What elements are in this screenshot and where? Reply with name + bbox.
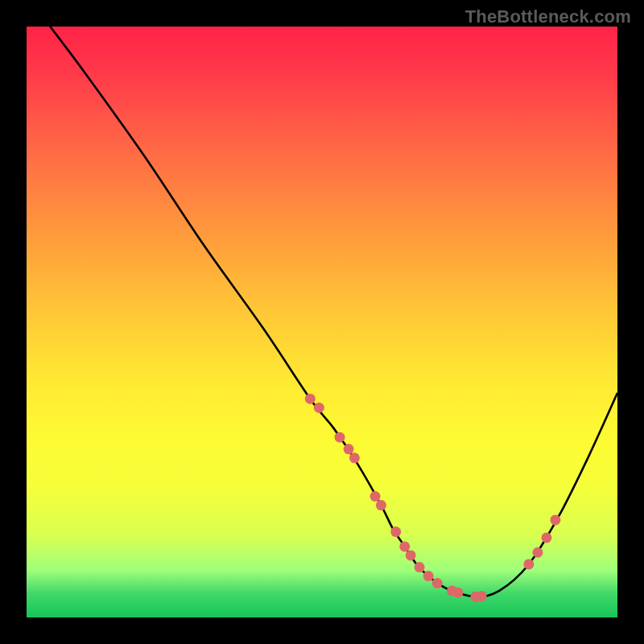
watermark-text: TheBottleneck.com (465, 6, 631, 27)
marker-dot (415, 562, 425, 572)
marker-dot (399, 541, 410, 551)
chart-container: TheBottleneck.com (0, 0, 644, 644)
marker-dot (541, 532, 551, 543)
marker-dot (452, 588, 463, 598)
marker-dot (376, 500, 386, 510)
curve-line (50, 27, 617, 597)
marker-dot (406, 550, 416, 560)
marker-dot (314, 402, 324, 413)
marker-dot (477, 591, 487, 601)
marker-dot (550, 514, 560, 525)
marker-dot (370, 491, 381, 502)
marker-dot (344, 444, 354, 454)
marker-dot (523, 559, 534, 569)
marker-dot (305, 394, 316, 404)
marker-dot (335, 432, 345, 443)
marker-dot (349, 452, 360, 463)
marker-dot (423, 571, 434, 581)
chart-svg (27, 27, 617, 617)
marker-dot (390, 526, 401, 537)
marker-dot (532, 547, 543, 558)
marker-dot (432, 578, 443, 588)
